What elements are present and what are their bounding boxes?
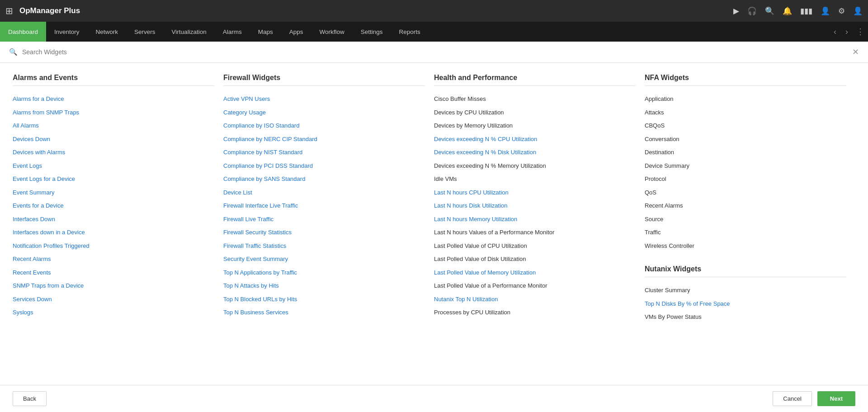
widget-top-n-apps-traffic[interactable]: Top N Applications by Traffic [223,266,425,279]
widget-last-n-cpu[interactable]: Last N hours CPU Utilization [434,186,636,199]
widget-event-logs[interactable]: Event Logs [13,159,214,173]
widget-device-list[interactable]: Device List [223,186,425,199]
nav-servers[interactable]: Servers [126,22,164,42]
widget-fw-live-traffic[interactable]: Firewall Live Traffic [223,213,425,226]
widget-application[interactable]: Application [645,92,846,106]
widget-recent-events[interactable]: Recent Events [13,266,214,279]
widget-last-polled-cpu[interactable]: Last Polled Value of CPU Utilization [434,239,636,253]
widget-last-polled-mem[interactable]: Last Polled Value of Memory Utilization [434,266,636,279]
column-title-nfa: NFA Widgets [645,74,846,86]
widget-syslogs[interactable]: Syslogs [13,306,214,319]
widget-alarms-snmp[interactable]: Alarms from SNMP Traps [13,106,214,119]
widget-fw-traffic-stats[interactable]: Firewall Traffic Statistics [223,239,425,253]
widget-interfaces-down[interactable]: Interfaces Down [13,213,214,226]
nav-apps[interactable]: Apps [281,22,311,42]
widget-notification-profiles[interactable]: Notification Profiles Triggered [13,239,214,253]
nav-dashboard[interactable]: Dashboard [0,22,46,42]
search-input[interactable] [22,48,852,56]
settings-icon[interactable]: ⚙ [838,6,845,16]
widget-snmp-traps-device[interactable]: SNMP Traps from a Device [13,279,214,293]
widget-alarms-for-device[interactable]: Alarms for a Device [13,92,214,106]
widget-interfaces-down-device[interactable]: Interfaces down in a Device [13,226,214,239]
widget-nutanix-top-n[interactable]: Nutanix Top N Utilization [434,293,636,306]
widget-last-polled-perf[interactable]: Last Polled Value of a Performance Monit… [434,279,636,293]
nav-reports[interactable]: Reports [391,22,429,42]
column-title-health: Health and Performance [434,74,636,86]
widget-devices-exceeding-cpu[interactable]: Devices exceeding N % CPU Utilization [434,133,636,146]
search-icon[interactable]: 🔍 [765,6,774,16]
monitor-icon[interactable]: ▶ [733,6,739,16]
bell-icon[interactable]: 🔔 [783,6,792,16]
cancel-button[interactable]: Cancel [773,391,811,406]
nav-workflow[interactable]: Workflow [311,22,352,42]
signal-icon[interactable]: ▮▮▮ [800,6,812,16]
nav-network[interactable]: Network [88,22,127,42]
column-health: Health and Performance Cisco Buffer Miss… [434,74,645,324]
footer: Back Cancel Next [0,385,868,412]
widget-top-n-disks[interactable]: Top N Disks By % of Free Space [645,297,846,311]
widget-last-n-disk[interactable]: Last N hours Disk Utilization [434,199,636,213]
widget-attacks[interactable]: Attacks [645,106,846,119]
next-button[interactable]: Next [817,391,855,406]
widget-recent-alarms[interactable]: Recent Alarms [13,252,214,266]
widget-events-device[interactable]: Events for a Device [13,199,214,213]
widget-last-n-memory[interactable]: Last N hours Memory Utilization [434,213,636,226]
widget-cisco-buffer[interactable]: Cisco Buffer Misses [434,92,636,106]
widget-devices-exceeding-mem[interactable]: Devices exceeding N % Memory Utilization [434,159,636,173]
widget-category-usage[interactable]: Category Usage [223,106,425,119]
widget-devices-alarms[interactable]: Devices with Alarms [13,146,214,159]
widget-top-n-attacks[interactable]: Top N Attacks by Hits [223,279,425,293]
widget-idle-vms[interactable]: Idle VMs [434,172,636,186]
grid-icon[interactable]: ⊞ [5,5,13,16]
widget-active-vpn[interactable]: Active VPN Users [223,92,425,106]
widget-compliance-sans[interactable]: Compliance by SANS Standard [223,172,425,186]
widget-top-n-business[interactable]: Top N Business Services [223,306,425,319]
widget-last-polled-disk[interactable]: Last Polled Value of Disk Utilization [434,252,636,266]
user-icon[interactable]: 👤 [821,6,830,16]
widget-event-summary[interactable]: Event Summary [13,186,214,199]
widget-columns: Alarms and Events Alarms for a Device Al… [13,74,855,324]
widget-wireless-controller[interactable]: Wireless Controller [645,239,846,253]
widget-fw-security-stats[interactable]: Firewall Security Statistics [223,226,425,239]
nav-more-dots[interactable]: ⋮ [853,22,868,42]
widget-compliance-iso[interactable]: Compliance by ISO Standard [223,119,425,133]
widget-services-down[interactable]: Services Down [13,293,214,306]
widget-fw-interface-live[interactable]: Firewall Interface Live Traffic [223,199,425,213]
widget-conversation[interactable]: Conversation [645,133,846,146]
widget-devices-memory[interactable]: Devices by Memory Utilization [434,119,636,133]
nav-settings[interactable]: Settings [353,22,391,42]
nav-alarms[interactable]: Alarms [215,22,250,42]
widget-compliance-pci[interactable]: Compliance by PCI DSS Standard [223,159,425,173]
widget-compliance-nerc[interactable]: Compliance by NERC CIP Standard [223,133,425,146]
nav-virtualization[interactable]: Virtualization [164,22,215,42]
widget-event-logs-device[interactable]: Event Logs for a Device [13,172,214,186]
widget-compliance-nist[interactable]: Compliance by NIST Standard [223,146,425,159]
widget-source[interactable]: Source [645,213,846,226]
widget-processes-cpu[interactable]: Processes by CPU Utilization [434,306,636,319]
widget-traffic[interactable]: Traffic [645,226,846,239]
account-icon[interactable]: 👤 [853,6,863,16]
search-icon: 🔍 [9,48,18,56]
widget-qos[interactable]: QoS [645,186,846,199]
widget-devices-down[interactable]: Devices Down [13,133,214,146]
headset-icon[interactable]: 🎧 [747,6,757,16]
nav-prev-arrow[interactable]: ‹ [829,22,841,42]
widget-nfa-recent-alarms[interactable]: Recent Alarms [645,199,846,213]
widget-all-alarms[interactable]: All Alarms [13,119,214,133]
nav-maps[interactable]: Maps [250,22,281,42]
nav-next-arrow[interactable]: › [841,22,853,42]
widget-cbqos[interactable]: CBQoS [645,119,846,133]
back-button[interactable]: Back [13,391,47,406]
nav-inventory[interactable]: Inventory [46,22,88,42]
widget-last-n-perf-mon[interactable]: Last N hours Values of a Performance Mon… [434,226,636,239]
widget-protocol[interactable]: Protocol [645,172,846,186]
widget-vms-power[interactable]: VMs By Power Status [645,310,846,324]
widget-top-n-blocked-urls[interactable]: Top N Blocked URLs by Hits [223,293,425,306]
widget-device-summary[interactable]: Device Summary [645,159,846,173]
widget-devices-cpu[interactable]: Devices by CPU Utilization [434,106,636,119]
widget-cluster-summary[interactable]: Cluster Summary [645,284,846,297]
widget-destination[interactable]: Destination [645,146,846,159]
widget-security-event-summary[interactable]: Security Event Summary [223,252,425,266]
close-icon[interactable]: ✕ [852,47,859,57]
widget-devices-exceeding-disk[interactable]: Devices exceeding N % Disk Utilization [434,146,636,159]
